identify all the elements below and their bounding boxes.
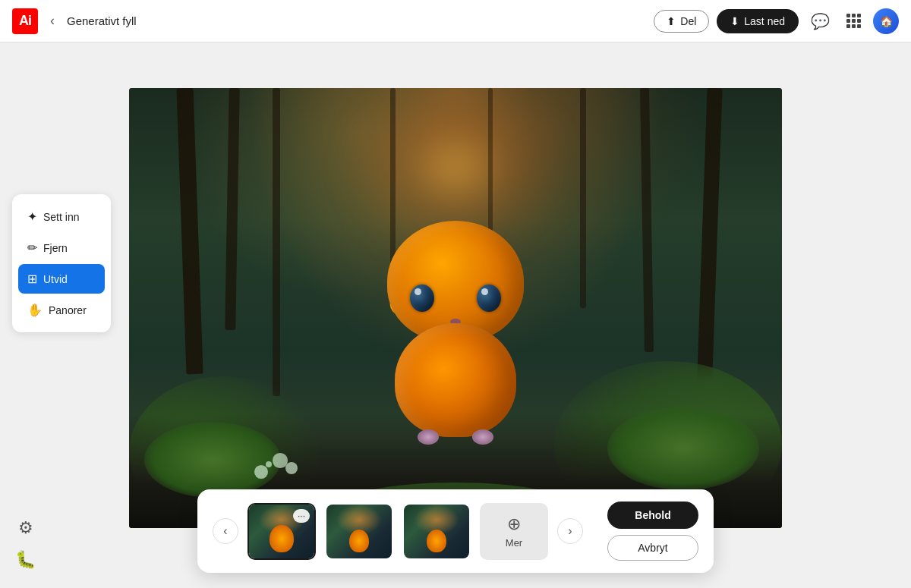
header-right: ⬆ Del ⬇ Last ned 💬 🏠 — [654, 8, 899, 35]
thumb-bg-3 — [404, 505, 469, 558]
thumb-creature-2 — [349, 530, 369, 552]
bottom-tools: ⚙ 🐛 — [12, 515, 39, 573]
page-title: Generativt fyll — [67, 14, 137, 27]
settings-button[interactable]: ⚙ — [12, 515, 39, 541]
download-icon: ⬇ — [730, 15, 739, 27]
creature-feet — [418, 429, 493, 445]
behold-button[interactable]: Behold — [607, 502, 698, 529]
adobe-logo: Ai — [12, 8, 38, 34]
tools-panel: ✦ Sett inn ✏ Fjern ⊞ Utvid ✋ Panorer — [12, 194, 111, 332]
thumbnail-2[interactable] — [325, 503, 393, 560]
fjern-icon: ✏ — [27, 241, 37, 255]
header-left: Ai ‹ Generativt fyll — [12, 8, 137, 34]
panel-actions: Behold Avbryt — [607, 502, 698, 561]
sett-inn-icon: ✦ — [27, 209, 37, 224]
prev-arrow[interactable]: ‹ — [213, 518, 238, 544]
utvid-icon: ⊞ — [27, 272, 37, 286]
thumbnail-1[interactable]: ··· — [247, 503, 316, 560]
creature — [380, 293, 531, 460]
sett-inn-tool[interactable]: ✦ Sett inn — [18, 202, 105, 231]
fjern-tool[interactable]: ✏ Fjern — [18, 233, 105, 263]
next-arrow[interactable]: › — [557, 518, 583, 544]
app-header: Ai ‹ Generativt fyll ⬆ Del ⬇ Last ned 💬 … — [0, 0, 911, 42]
creature-body — [395, 323, 516, 437]
thumb-creature-3 — [427, 530, 446, 552]
share-button[interactable]: ⬆ Del — [654, 10, 709, 33]
grid-icon — [846, 14, 861, 28]
moss-bump-1 — [144, 422, 281, 498]
eye-left — [410, 285, 434, 312]
tree-6 — [580, 88, 586, 308]
more-button[interactable]: ⊕ Mer — [480, 503, 548, 560]
bottom-panel: ‹ ··· ⊕ Mer › — [197, 489, 714, 573]
more-plus-icon: ⊕ — [507, 514, 521, 534]
comment-button[interactable]: 💬 — [806, 8, 834, 35]
back-button[interactable]: ‹ — [46, 10, 59, 32]
thumbnail-3[interactable] — [402, 503, 471, 560]
panorer-tool[interactable]: ✋ Panorer — [18, 295, 105, 325]
avatar[interactable]: 🏠 — [873, 8, 899, 34]
main-image — [129, 88, 782, 528]
flowers — [266, 461, 272, 467]
foot-left — [418, 429, 439, 445]
thumb-creature-1 — [270, 525, 294, 552]
creature-eyes — [410, 285, 501, 312]
thumb-bg-2 — [326, 505, 392, 558]
main-content: ✦ Sett inn ✏ Fjern ⊞ Utvid ✋ Panorer ⚙ 🐛… — [0, 42, 911, 588]
debug-button[interactable]: 🐛 — [12, 547, 39, 573]
eye-right — [477, 285, 501, 312]
apps-button[interactable] — [842, 9, 865, 33]
foot-right — [472, 429, 493, 445]
avbryt-button[interactable]: Avbryt — [607, 535, 698, 561]
moss-bump-2 — [607, 407, 759, 490]
download-button[interactable]: ⬇ Last ned — [717, 9, 799, 33]
panorer-icon: ✋ — [27, 303, 43, 317]
thumb-dots-1[interactable]: ··· — [293, 509, 310, 523]
share-icon: ⬆ — [667, 15, 676, 27]
tree-3 — [273, 88, 280, 396]
utvid-tool[interactable]: ⊞ Utvid — [18, 264, 105, 294]
